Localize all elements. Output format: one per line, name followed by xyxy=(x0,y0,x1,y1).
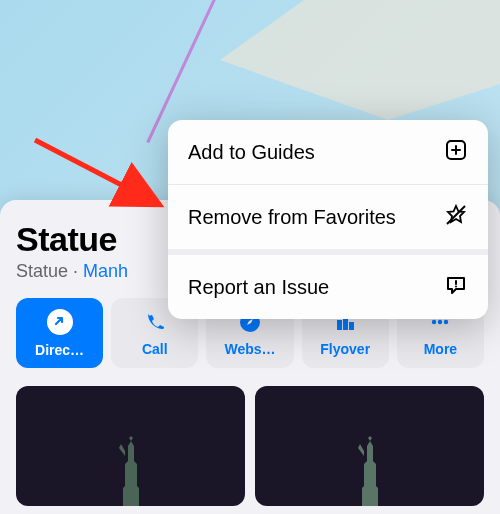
star-slash-icon xyxy=(444,203,468,231)
svg-point-5 xyxy=(432,319,436,323)
menu-add-to-guides[interactable]: Add to Guides xyxy=(168,120,488,185)
menu-report-issue[interactable]: Report an Issue xyxy=(168,255,488,319)
website-label: Webs… xyxy=(224,341,275,357)
svg-point-0 xyxy=(47,309,73,335)
svg-point-10 xyxy=(455,286,457,288)
svg-point-6 xyxy=(438,319,442,323)
place-photo[interactable] xyxy=(255,386,484,506)
photo-strip xyxy=(16,386,484,506)
plus-square-icon xyxy=(444,138,468,166)
phone-icon xyxy=(143,310,167,337)
menu-label: Remove from Favorites xyxy=(188,206,396,229)
menu-remove-favorites[interactable]: Remove from Favorites xyxy=(168,185,488,255)
directions-label: Direc… xyxy=(35,342,84,358)
report-bubble-icon xyxy=(444,273,468,301)
place-locality-link[interactable]: Manh xyxy=(83,261,128,281)
statue-silhouette xyxy=(111,436,151,506)
svg-line-9 xyxy=(447,206,465,224)
directions-icon xyxy=(47,309,73,338)
svg-rect-2 xyxy=(337,320,342,330)
menu-label: Add to Guides xyxy=(188,141,315,164)
flyover-label: Flyover xyxy=(320,341,370,357)
menu-label: Report an Issue xyxy=(188,276,329,299)
place-category: Statue xyxy=(16,261,68,281)
call-label: Call xyxy=(142,341,168,357)
statue-silhouette xyxy=(350,436,390,506)
more-label: More xyxy=(424,341,457,357)
context-menu: Add to Guides Remove from Favorites Repo… xyxy=(168,120,488,319)
directions-button[interactable]: Direc… xyxy=(16,298,103,368)
svg-rect-4 xyxy=(349,322,354,330)
map-landmass xyxy=(220,0,500,120)
place-photo[interactable] xyxy=(16,386,245,506)
svg-point-7 xyxy=(444,319,448,323)
